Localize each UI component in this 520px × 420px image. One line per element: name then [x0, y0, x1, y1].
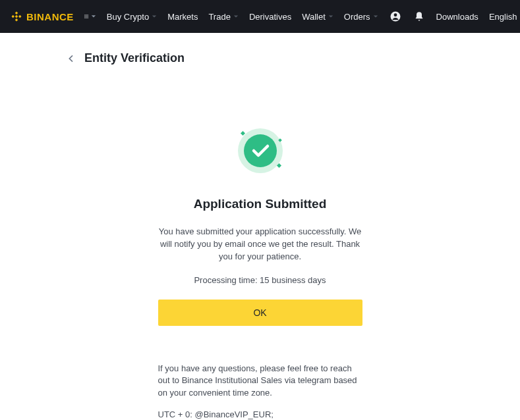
chevron-down-icon: [328, 14, 333, 19]
nav-label: Orders: [344, 12, 370, 22]
svg-rect-0: [84, 14, 85, 15]
breadcrumb: Entity Verification: [0, 46, 520, 65]
svg-rect-4: [86, 16, 86, 16]
nav-label: Wallet: [302, 12, 326, 22]
chevron-down-icon: [91, 14, 96, 19]
nav-orders[interactable]: Orders: [344, 12, 378, 22]
nav-label: Buy Crypto: [107, 12, 149, 22]
account-button[interactable]: [389, 10, 402, 23]
back-button[interactable]: [66, 53, 76, 64]
nav-label: Markets: [167, 12, 198, 22]
svg-rect-2: [87, 14, 88, 15]
svg-point-12: [244, 134, 277, 167]
page-title: Entity Verification: [84, 51, 185, 65]
ok-button[interactable]: OK: [158, 300, 362, 326]
svg-point-10: [393, 13, 397, 16]
nav-label: Downloads: [436, 12, 478, 22]
language-label: English: [489, 12, 517, 22]
check-circle-icon: [234, 124, 287, 177]
svg-rect-7: [86, 18, 86, 18]
main-content: Application Submitted You have submitted…: [158, 124, 362, 326]
binance-logo-icon: [11, 11, 22, 22]
svg-rect-3: [84, 16, 85, 16]
nav-label: Trade: [208, 12, 230, 22]
nav-label: Derivatives: [249, 12, 291, 22]
brand-logo[interactable]: BINANCE: [11, 11, 74, 22]
chevron-down-icon: [233, 14, 239, 19]
svg-rect-5: [87, 16, 88, 16]
apps-menu[interactable]: [84, 12, 96, 21]
bell-icon: [414, 11, 424, 22]
nav-wallet[interactable]: Wallet: [302, 12, 333, 22]
language-selector[interactable]: English: [489, 12, 517, 22]
content-description: You have submitted your application succ…: [158, 226, 362, 263]
grid-icon: [84, 12, 88, 21]
notifications-button[interactable]: [413, 10, 426, 23]
nav-derivatives[interactable]: Derivatives: [249, 12, 291, 22]
brand-name: BINANCE: [26, 11, 74, 22]
svg-rect-6: [84, 18, 85, 18]
processing-time: Processing time: 15 business days: [158, 275, 362, 285]
svg-rect-1: [86, 14, 86, 15]
top-nav: BINANCE Buy Crypto Markets Trade Derivat…: [0, 0, 520, 33]
chevron-down-icon: [373, 14, 378, 19]
timezone-line-0: UTC + 0: @BinanceVIP_EUR;: [158, 409, 362, 420]
nav-markets[interactable]: Markets: [167, 12, 198, 22]
nav-trade[interactable]: Trade: [208, 12, 238, 22]
nav-buy-crypto[interactable]: Buy Crypto: [107, 12, 157, 22]
chevron-down-icon: [152, 14, 157, 19]
page-body: Entity Verification Application Submitte…: [0, 33, 520, 420]
contact-intro: If you have any questions, please feel f…: [158, 363, 362, 400]
nav-downloads[interactable]: Downloads: [436, 12, 478, 22]
contact-block: If you have any questions, please feel f…: [158, 363, 362, 420]
success-graphic: [234, 124, 287, 177]
header-right: Downloads English USD: [389, 10, 520, 23]
user-icon: [390, 11, 401, 22]
svg-rect-8: [87, 18, 88, 18]
content-heading: Application Submitted: [158, 197, 362, 211]
